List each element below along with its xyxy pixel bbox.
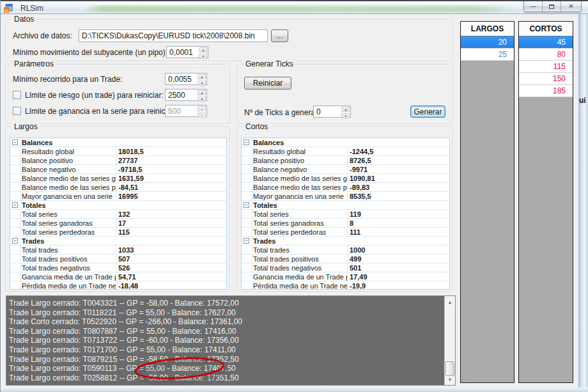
log-output[interactable]: Trade Largo cerrado: T0043321 -- GP = -5…	[6, 295, 456, 386]
parametro-value[interactable]: 2500	[166, 90, 197, 100]
spin-up-icon[interactable]: ▲	[198, 106, 206, 111]
pipo-value[interactable]: 0,0001	[167, 47, 198, 58]
spin-down-icon[interactable]: ▼	[198, 81, 206, 86]
cell-value: 80	[557, 50, 566, 59]
collapse-icon[interactable]: −	[244, 139, 249, 145]
stats-category-row[interactable]: − Balances	[242, 138, 449, 147]
stats-row[interactable]: Balance negativo -9718,5	[10, 165, 226, 174]
cortos-grid-row[interactable]: 150	[519, 73, 573, 85]
stats-row[interactable]: Balance negativo -9971	[242, 165, 449, 174]
largos-stats-grid: − Balances Resultado global 18018,5 Bala…	[10, 137, 227, 290]
stats-row[interactable]: Balance medio de las series perdedoras -…	[10, 183, 226, 192]
stats-row[interactable]: Total trades positivos 499	[242, 255, 449, 263]
stats-row[interactable]: Mayor ganancia en una serie 16995	[10, 192, 226, 201]
stats-row[interactable]: Total series 119	[242, 210, 449, 219]
stats-row-label: Resultado global	[252, 147, 348, 155]
largos-grid-row[interactable]: 25	[461, 49, 514, 61]
nticks-value[interactable]: 0	[314, 106, 341, 117]
collapse-icon[interactable]: −	[12, 139, 18, 145]
cortos-grid-row[interactable]: 45	[519, 36, 573, 49]
parametro-checkbox[interactable]	[13, 91, 21, 99]
spin-down-icon[interactable]: ▼	[342, 113, 350, 118]
stats-category-name: Balances	[252, 138, 348, 146]
spin-down-icon[interactable]: ▼	[199, 54, 207, 59]
app-icon	[4, 4, 13, 13]
spin-down-icon[interactable]: ▼	[198, 97, 206, 102]
log-scrollbar[interactable]: ▲ ▼	[444, 296, 455, 385]
stats-row[interactable]: Total trades 1033	[10, 246, 226, 255]
parametro-stepper[interactable]: 2500 ▲▼	[165, 89, 207, 101]
stats-row-value: 501	[348, 263, 449, 272]
stats-row[interactable]: Balance medio de las series ganadoras 10…	[242, 174, 449, 183]
collapse-icon[interactable]: −	[12, 238, 18, 244]
stats-row[interactable]: Mayor ganancia en una serie 8535,5	[242, 192, 449, 201]
minimize-button[interactable]: —	[524, 1, 543, 12]
nticks-stepper[interactable]: 0 ▲▼	[313, 106, 351, 118]
spin-down-icon[interactable]: ▼	[198, 113, 206, 118]
stats-row[interactable]: Total trades positivos 507	[10, 255, 226, 263]
spin-up-icon[interactable]: ▲	[198, 90, 206, 95]
stats-row[interactable]: Balance positivo 27737	[10, 156, 226, 165]
stats-row[interactable]: Ganancia media de un Trade positivo 54,7…	[10, 272, 226, 281]
stats-row-label: Balance medio de las series perdedoras	[21, 183, 116, 191]
stats-row[interactable]: Resultado global 18018,5	[10, 147, 226, 156]
archivo-label: Archivo de datos:	[13, 31, 72, 40]
stats-row[interactable]: Total trades negativos 526	[10, 263, 226, 272]
cortos-grid-row[interactable]: 185	[519, 85, 573, 97]
stats-row[interactable]: Pérdida media de un Trade negativo -19,9	[242, 281, 449, 290]
stats-gutter	[242, 174, 252, 182]
scroll-up-button[interactable]: ▲	[445, 297, 455, 307]
spin-up-icon[interactable]: ▲	[198, 74, 206, 79]
parametro-value[interactable]: 0,0055	[166, 74, 197, 84]
stats-row[interactable]: Ganancia media de un Trade positivo 17,4…	[242, 272, 449, 281]
stats-category-row[interactable]: − Totales	[242, 201, 449, 210]
largos-grid-row[interactable]: 20	[461, 36, 514, 49]
stats-gutter	[242, 246, 252, 254]
cell-value: 185	[553, 86, 566, 95]
stats-row[interactable]: Total series perdedoras 111	[242, 228, 449, 237]
collapse-icon[interactable]: −	[244, 238, 249, 244]
collapse-icon[interactable]: −	[12, 202, 18, 208]
maximize-button[interactable]	[543, 1, 561, 12]
stats-row[interactable]: Pérdida media de un Trade negativo -18,4…	[10, 281, 226, 290]
spin-up-icon[interactable]: ▲	[199, 47, 207, 52]
parametro-label: Límite de riesgo (un trade) para reinici…	[25, 91, 165, 100]
parametro-label: Mínimo recorrido para un Trade:	[13, 75, 165, 84]
parametro-stepper[interactable]: 500 ▲▼	[165, 105, 207, 117]
stats-category-name: Trades	[252, 237, 348, 245]
stats-row[interactable]: Resultado global -1244,5	[242, 147, 449, 156]
parametro-checkbox[interactable]	[13, 107, 21, 115]
collapse-icon[interactable]: −	[244, 202, 249, 208]
stats-row[interactable]: Total trades negativos 501	[242, 263, 449, 272]
parametro-stepper[interactable]: 0,0055 ▲▼	[165, 73, 207, 85]
stats-row[interactable]: Total series perdedoras 115	[10, 228, 226, 237]
scroll-down-button[interactable]: ▼	[445, 374, 455, 384]
cortos-grid-row[interactable]: 115	[519, 61, 573, 73]
parametro-value[interactable]: 500	[166, 106, 197, 116]
stats-row[interactable]: Total series ganadoras 8	[242, 219, 449, 228]
stats-row[interactable]: Total series ganadoras 17	[10, 219, 226, 228]
stats-category-row[interactable]: − Trades	[242, 237, 449, 246]
pipo-stepper[interactable]: 0,0001 ▲▼	[166, 46, 208, 58]
browse-button[interactable]: ...	[271, 29, 288, 42]
cell-value: 25	[499, 50, 507, 59]
titlebar[interactable]: RLSim — ✕	[1, 0, 588, 14]
largos-stats-groupbox: Largos − Balances Resultado global 18018…	[6, 127, 229, 292]
stats-category-row[interactable]: − Balances	[10, 138, 226, 147]
stats-category-row[interactable]: − Totales	[10, 201, 226, 210]
reiniciar-button[interactable]: Reiniciar	[244, 77, 291, 90]
stats-row[interactable]: Balance positivo 8726,5	[242, 156, 449, 165]
spin-up-icon[interactable]: ▲	[342, 107, 350, 112]
stats-row[interactable]: Total trades 1000	[242, 246, 449, 255]
stats-row-label: Total trades	[252, 246, 348, 254]
stats-row[interactable]: Balance medio de las series ganadoras 16…	[10, 174, 226, 183]
archivo-input[interactable]: D:\TICKS\DukasCopy\EURUSD tick\2008\2008…	[79, 29, 268, 42]
close-button[interactable]: ✕	[561, 1, 581, 12]
stats-category-row[interactable]: − Trades	[10, 237, 226, 246]
generar-button[interactable]: Generar	[410, 106, 445, 118]
stats-row[interactable]: Balance medio de las series perdedoras -…	[242, 183, 449, 192]
stats-row[interactable]: Total series 132	[10, 210, 226, 219]
cortos-grid-row[interactable]: 80	[519, 49, 573, 61]
stats-category-value	[116, 138, 226, 146]
stats-gutter: −	[10, 138, 21, 146]
